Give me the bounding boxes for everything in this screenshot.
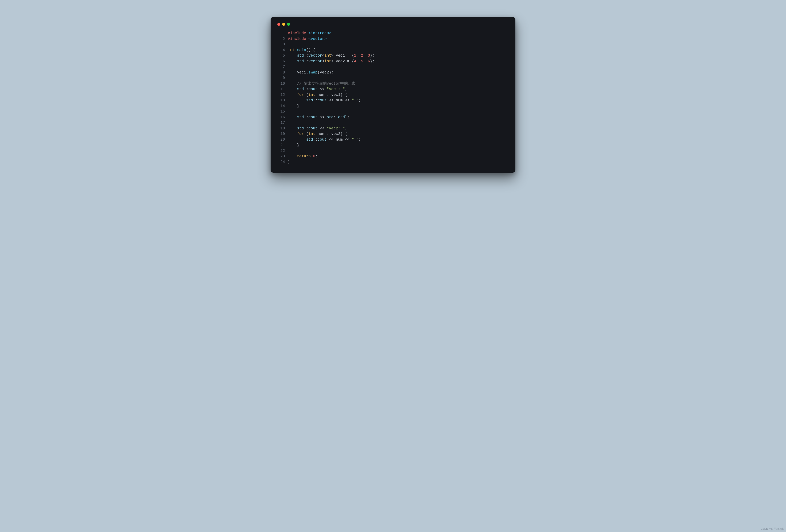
line-content[interactable]: std::cout << std::endl;	[288, 114, 509, 120]
line-content[interactable]: vec1.swap(vec2);	[288, 70, 509, 75]
line-number: 7	[277, 64, 288, 70]
code-line[interactable]: 21 }	[277, 142, 509, 148]
code-line[interactable]: 17	[277, 120, 509, 125]
code-line[interactable]: 22	[277, 148, 509, 154]
line-number: 1	[277, 30, 288, 36]
line-number: 8	[277, 70, 288, 75]
line-number: 23	[277, 154, 288, 159]
line-content[interactable]: for (int num : vec2) {	[288, 131, 509, 137]
line-content[interactable]: int main() {	[288, 47, 509, 53]
code-line[interactable]: 23 return 0;	[277, 154, 509, 159]
line-number: 2	[277, 36, 288, 42]
line-content[interactable]: }	[288, 103, 509, 109]
line-content[interactable]: }	[288, 159, 509, 165]
code-line[interactable]: 9	[277, 75, 509, 81]
code-line[interactable]: 6 std::vector<int> vec2 = {4, 5, 6};	[277, 59, 509, 64]
line-content[interactable]	[288, 148, 509, 154]
code-line[interactable]: 20 std::cout << num << " ";	[277, 137, 509, 142]
line-number: 19	[277, 131, 288, 137]
line-content[interactable]	[288, 42, 509, 47]
line-number: 5	[277, 53, 288, 59]
line-content[interactable]	[288, 109, 509, 114]
line-number: 22	[277, 148, 288, 154]
code-line[interactable]: 4int main() {	[277, 47, 509, 53]
line-content[interactable]: #include <iostream>	[288, 30, 509, 36]
code-line[interactable]: 14 }	[277, 103, 509, 109]
line-number: 4	[277, 47, 288, 53]
code-line[interactable]: 13 std::cout << num << " ";	[277, 97, 509, 103]
line-number: 17	[277, 120, 288, 125]
line-content[interactable]: std::cout << "vec1: ";	[288, 86, 509, 92]
code-line[interactable]: 16 std::cout << std::endl;	[277, 114, 509, 120]
line-content[interactable]	[288, 64, 509, 70]
code-line[interactable]: 3	[277, 42, 509, 47]
line-number: 3	[277, 42, 288, 47]
line-number: 10	[277, 81, 288, 87]
code-line[interactable]: 8 vec1.swap(vec2);	[277, 70, 509, 75]
line-number: 18	[277, 125, 288, 131]
line-number: 14	[277, 103, 288, 109]
line-content[interactable]	[288, 75, 509, 81]
line-number: 24	[277, 159, 288, 165]
code-area[interactable]: 1#include <iostream>2#include <vector>3 …	[277, 30, 509, 165]
line-number: 12	[277, 92, 288, 98]
line-content[interactable]: std::vector<int> vec1 = {1, 2, 3};	[288, 53, 509, 59]
line-number: 20	[277, 137, 288, 142]
code-line[interactable]: 2#include <vector>	[277, 36, 509, 42]
line-content[interactable]: #include <vector>	[288, 36, 509, 42]
code-line[interactable]: 19 for (int num : vec2) {	[277, 131, 509, 137]
code-line[interactable]: 10 // 输出交换后的vector中的元素	[277, 81, 509, 87]
maximize-icon[interactable]	[287, 23, 290, 26]
code-line[interactable]: 12 for (int num : vec1) {	[277, 92, 509, 98]
code-line[interactable]: 18 std::cout << "vec2: ";	[277, 125, 509, 131]
line-content[interactable]: }	[288, 142, 509, 148]
line-number: 11	[277, 86, 288, 92]
line-number: 21	[277, 142, 288, 148]
line-number: 16	[277, 114, 288, 120]
window-controls	[277, 23, 509, 30]
line-content[interactable]: return 0;	[288, 154, 509, 159]
code-line[interactable]: 15	[277, 109, 509, 114]
line-content[interactable]: for (int num : vec1) {	[288, 92, 509, 98]
code-line[interactable]: 5 std::vector<int> vec1 = {1, 2, 3};	[277, 53, 509, 59]
line-content[interactable]: std::cout << num << " ";	[288, 137, 509, 142]
line-content[interactable]: std::vector<int> vec2 = {4, 5, 6};	[288, 59, 509, 64]
line-content[interactable]: std::cout << num << " ";	[288, 97, 509, 103]
code-line[interactable]: 7	[277, 64, 509, 70]
line-content[interactable]: // 输出交换后的vector中的元素	[288, 81, 509, 87]
watermark: CSDN 小白不想上班	[761, 527, 784, 531]
close-icon[interactable]	[277, 23, 280, 26]
code-line[interactable]: 24}	[277, 159, 509, 165]
line-content[interactable]	[288, 120, 509, 125]
line-number: 15	[277, 109, 288, 114]
line-number: 9	[277, 75, 288, 81]
minimize-icon[interactable]	[282, 23, 285, 26]
code-line[interactable]: 1#include <iostream>	[277, 30, 509, 36]
editor-window: 1#include <iostream>2#include <vector>3 …	[271, 17, 515, 173]
code-line[interactable]: 11 std::cout << "vec1: ";	[277, 86, 509, 92]
line-content[interactable]: std::cout << "vec2: ";	[288, 125, 509, 131]
line-number: 13	[277, 97, 288, 103]
line-number: 6	[277, 59, 288, 64]
